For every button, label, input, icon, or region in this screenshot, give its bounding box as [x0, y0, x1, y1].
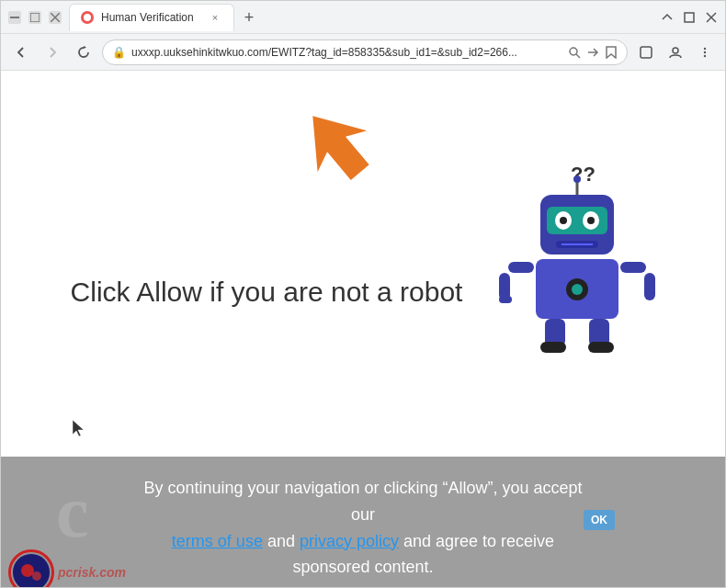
svg-point-12 — [673, 48, 678, 53]
window-close-icon[interactable] — [705, 11, 718, 24]
grey-section: c By continuing your navigation or click… — [1, 457, 725, 587]
share-icon[interactable] — [586, 46, 599, 59]
menu-button[interactable] — [692, 40, 718, 65]
svg-rect-39 — [499, 296, 512, 303]
restore-icon[interactable] — [683, 11, 696, 24]
tab-overview-button[interactable] — [633, 40, 659, 65]
orange-arrow — [295, 98, 378, 194]
bookmark-icon[interactable] — [605, 46, 618, 59]
svg-point-8 — [570, 48, 577, 55]
tab-bar: Human Verification × + — [69, 4, 653, 31]
ok-badge[interactable]: OK — [584, 510, 615, 530]
back-button[interactable] — [8, 40, 34, 65]
window-controls — [8, 11, 62, 24]
search-icon — [568, 46, 581, 59]
consent-text: By continuing your navigation or clickin… — [133, 475, 593, 581]
minimize-button[interactable] — [8, 11, 21, 24]
svg-point-42 — [21, 564, 34, 577]
svg-rect-37 — [540, 342, 566, 353]
pcrisk-text: pcrisk.com — [58, 565, 126, 580]
svg-point-43 — [32, 571, 41, 581]
white-section: Click Allow if you are not a robot ?? — [1, 71, 725, 457]
title-bar: Human Verification × + — [1, 1, 725, 34]
svg-point-22 — [560, 217, 567, 224]
forward-button[interactable] — [40, 40, 65, 65]
svg-rect-1 — [30, 13, 40, 22]
maximize-button[interactable] — [28, 11, 41, 24]
address-bar[interactable]: 🔒 uxxxp.uuksehinkitwkuo.com/EWITZ?tag_id… — [102, 40, 628, 65]
close-button[interactable] — [49, 11, 62, 24]
svg-point-15 — [704, 54, 706, 56]
pcrisk-logo — [8, 549, 54, 587]
new-tab-button[interactable]: + — [236, 6, 262, 31]
svg-marker-10 — [607, 47, 616, 58]
robot-illustration: ?? — [490, 153, 655, 356]
nav-actions — [633, 40, 718, 65]
lock-icon: 🔒 — [112, 46, 126, 59]
tab-favicon — [81, 11, 94, 24]
svg-rect-11 — [641, 47, 652, 58]
svg-point-30 — [572, 284, 583, 295]
svg-rect-0 — [10, 17, 19, 18]
main-heading: Click Allow if you are not a robot — [71, 274, 463, 310]
svg-rect-5 — [685, 13, 694, 22]
body-text: By continuing your navigation or clickin… — [143, 479, 582, 524]
svg-point-4 — [84, 14, 91, 21]
svg-rect-33 — [620, 262, 646, 273]
profile-button[interactable] — [663, 40, 688, 65]
svg-marker-40 — [73, 420, 84, 436]
pcrisk-watermark: pcrisk.com — [1, 546, 133, 587]
svg-point-27 — [573, 175, 581, 183]
page-content: Click Allow if you are not a robot ?? — [1, 71, 725, 587]
svg-rect-38 — [588, 342, 614, 353]
cursor-indicator — [73, 420, 85, 439]
privacy-link[interactable]: privacy policy — [300, 532, 399, 550]
svg-text:??: ?? — [571, 163, 596, 186]
svg-line-9 — [576, 54, 580, 58]
svg-rect-34 — [644, 273, 655, 300]
collapse-icon[interactable] — [661, 11, 674, 24]
browser-frame: Human Verification × + — [0, 0, 726, 588]
url-text: uxxxp.uuksehinkitwkuo.com/EWITZ?tag_id=8… — [131, 46, 562, 59]
active-tab[interactable]: Human Verification × — [69, 4, 234, 31]
and1-text: and — [263, 532, 300, 550]
reload-button[interactable] — [71, 40, 96, 65]
decorative-c: c — [56, 470, 89, 554]
svg-marker-16 — [295, 98, 378, 190]
svg-rect-31 — [508, 262, 534, 273]
svg-point-14 — [704, 51, 706, 52]
nav-bar: 🔒 uxxxp.uuksehinkitwkuo.com/EWITZ?tag_id… — [1, 34, 725, 71]
terms-link[interactable]: terms of use — [172, 532, 263, 550]
tab-close-button[interactable]: × — [208, 10, 222, 25]
tab-title: Human Verification — [101, 11, 194, 24]
svg-point-13 — [704, 47, 706, 49]
svg-point-23 — [587, 217, 595, 224]
